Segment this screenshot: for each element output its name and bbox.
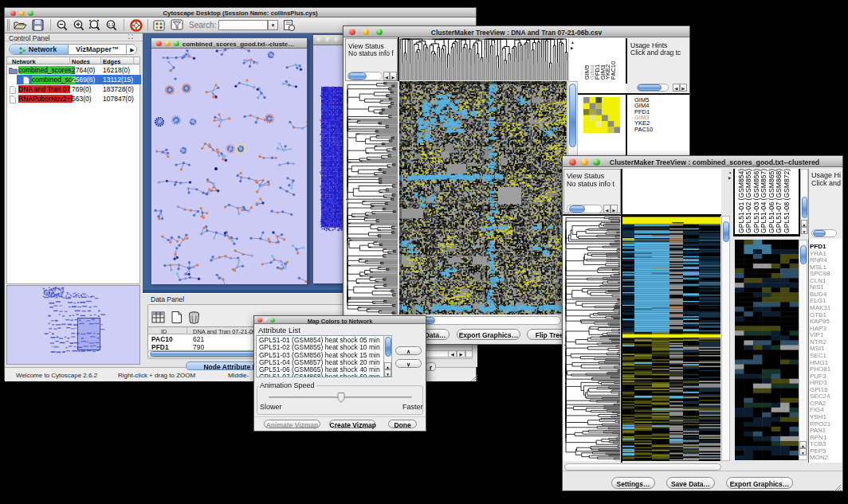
svg-text:1:1: 1:1 — [108, 22, 114, 27]
